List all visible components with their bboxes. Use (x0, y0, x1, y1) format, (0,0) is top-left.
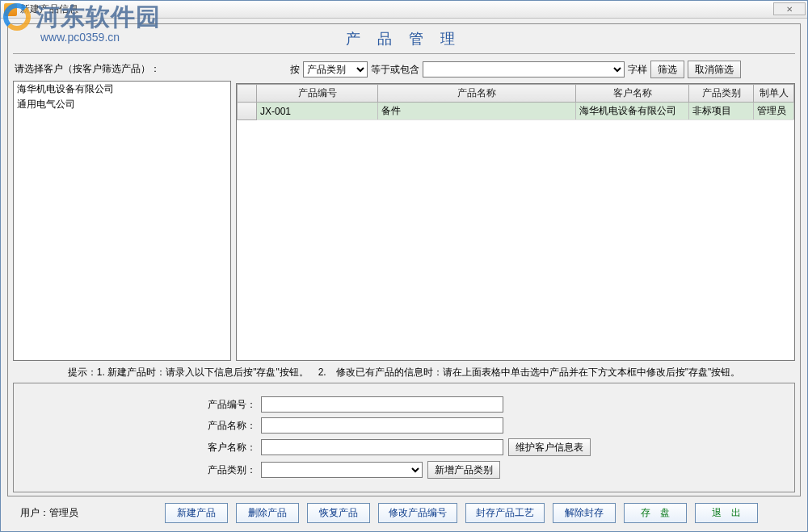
col-category[interactable]: 产品类别 (689, 85, 754, 103)
col-name[interactable]: 产品名称 (378, 85, 576, 103)
unseal-button[interactable]: 解除封存 (553, 503, 616, 523)
form-row-customer: 客户名称： 维护客户信息表 (46, 438, 762, 456)
app-icon (4, 3, 17, 16)
form-row-name: 产品名称： (46, 417, 762, 434)
category-label: 产品类别： (46, 463, 256, 477)
maintain-customer-button[interactable]: 维护客户信息表 (508, 438, 591, 456)
row-header-cell[interactable] (238, 103, 257, 120)
cell-code[interactable]: JX-001 (257, 103, 378, 120)
list-item[interactable]: 通用电气公司 (14, 97, 230, 112)
filter-row: 按 产品类别 等于或包含 字样 筛选 取消筛选 (236, 57, 795, 83)
name-label: 产品名称： (46, 419, 256, 433)
content-area: 产 品 管 理 请选择客户（按客户筛选产品）： 海华机电设备有限公司 通用电气公… (1, 19, 807, 531)
filter-button[interactable]: 筛选 (650, 61, 684, 78)
seal-button[interactable]: 封存产品工艺 (465, 503, 545, 523)
filter-op-label: 等于或包含 (371, 63, 419, 77)
product-table: 产品编号 产品名称 客户名称 产品类别 制单人 JX- (237, 84, 794, 120)
code-input[interactable] (261, 396, 503, 413)
restore-product-button[interactable]: 恢复产品 (307, 503, 370, 523)
new-product-button[interactable]: 新建产品 (165, 503, 228, 523)
form-frame: 产品编号： 产品名称： 客户名称： 维护客户信息表 产品类别： (13, 383, 795, 492)
code-label: 产品编号： (46, 398, 256, 412)
titlebar: 新建产品信息 ✕ (1, 1, 807, 19)
filter-prefix: 按 (290, 63, 300, 77)
form-row-category: 产品类别： 新增产品类别 (46, 461, 762, 479)
col-customer[interactable]: 客户名称 (576, 85, 689, 103)
clear-filter-button[interactable]: 取消筛选 (688, 61, 741, 78)
col-code[interactable]: 产品编号 (257, 85, 378, 103)
table-header-row: 产品编号 产品名称 客户名称 产品类别 制单人 (238, 85, 794, 103)
close-button[interactable]: ✕ (773, 2, 806, 15)
customer-list-label: 请选择客户（按客户筛选产品）： (13, 57, 231, 81)
hint-text: 提示：1. 新建产品时：请录入以下信息后按"存盘"按钮。 2. 修改已有产品的信… (13, 361, 795, 383)
customer-panel: 请选择客户（按客户筛选产品）： 海华机电设备有限公司 通用电气公司 (13, 57, 231, 361)
cell-category[interactable]: 非标项目 (689, 103, 754, 120)
app-window: 新建产品信息 ✕ 产 品 管 理 请选择客户（按客户筛选产品）： 海华机电设备有… (0, 0, 808, 532)
edit-code-button[interactable]: 修改产品编号 (378, 503, 457, 523)
user-label: 用户：管理员 (12, 506, 117, 520)
bottom-bar: 用户：管理员 新建产品 删除产品 恢复产品 修改产品编号 封存产品工艺 解除封存… (7, 496, 801, 528)
filter-field-select[interactable]: 产品类别 (303, 61, 368, 77)
category-select[interactable] (261, 462, 423, 478)
customer-label: 客户名称： (46, 441, 256, 455)
customer-input[interactable] (261, 439, 503, 455)
bottom-buttons: 新建产品 删除产品 恢复产品 修改产品编号 封存产品工艺 解除封存 存 盘 退 … (127, 503, 796, 523)
page-title: 产 品 管 理 (13, 27, 795, 54)
cell-creator[interactable]: 管理员 (754, 103, 794, 120)
exit-button[interactable]: 退 出 (695, 503, 758, 523)
add-category-button[interactable]: 新增产品类别 (427, 461, 500, 479)
form-row-code: 产品编号： (46, 396, 762, 413)
row-header-corner (238, 85, 257, 103)
col-creator[interactable]: 制单人 (754, 85, 794, 103)
filter-value-select[interactable] (423, 61, 625, 77)
cell-customer[interactable]: 海华机电设备有限公司 (576, 103, 689, 120)
filter-suffix: 字样 (628, 63, 647, 77)
window-title: 新建产品信息 (20, 2, 78, 16)
product-table-wrap[interactable]: 产品编号 产品名称 客户名称 产品类别 制单人 JX- (236, 83, 795, 361)
upper-section: 请选择客户（按客户筛选产品）： 海华机电设备有限公司 通用电气公司 按 产品类别… (13, 57, 795, 361)
cell-name[interactable]: 备件 (378, 103, 576, 120)
product-panel: 按 产品类别 等于或包含 字样 筛选 取消筛选 (236, 57, 795, 361)
list-item[interactable]: 海华机电设备有限公司 (14, 82, 230, 97)
save-button[interactable]: 存 盘 (624, 503, 687, 523)
delete-product-button[interactable]: 删除产品 (236, 503, 299, 523)
table-row[interactable]: JX-001 备件 海华机电设备有限公司 非标项目 管理员 (238, 103, 794, 120)
customer-listbox[interactable]: 海华机电设备有限公司 通用电气公司 (13, 81, 231, 361)
main-frame: 产 品 管 理 请选择客户（按客户筛选产品）： 海华机电设备有限公司 通用电气公… (7, 23, 801, 496)
name-input[interactable] (261, 417, 503, 434)
